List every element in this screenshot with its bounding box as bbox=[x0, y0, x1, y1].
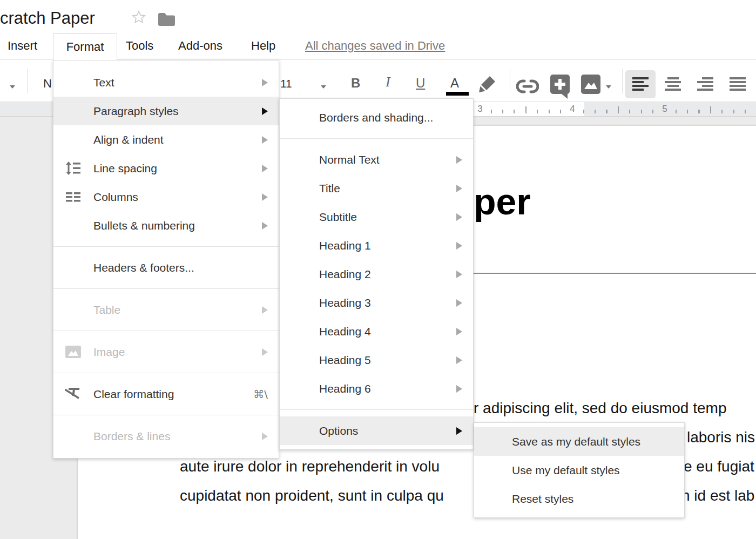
submenu-arrow-icon bbox=[456, 299, 462, 307]
ruler-number: 3 bbox=[475, 104, 485, 114]
submenu-arrow-icon bbox=[262, 433, 268, 440]
menu-item-options[interactable]: Options bbox=[280, 416, 473, 445]
format-menu: Text Paragraph styles Align & indent Lin… bbox=[53, 60, 279, 459]
menu-separator bbox=[280, 138, 473, 139]
submenu-arrow-icon bbox=[262, 193, 268, 201]
menu-item-subtitle[interactable]: Subtitle bbox=[280, 203, 473, 231]
menu-item-heading-5[interactable]: Heading 5 bbox=[280, 346, 473, 374]
submenu-arrow-icon bbox=[456, 156, 462, 164]
submenu-arrow-icon bbox=[456, 213, 462, 221]
zoom-dropdown-caret-icon[interactable] bbox=[10, 85, 15, 89]
submenu-arrow-icon bbox=[456, 385, 462, 393]
menu-item-columns[interactable]: Columns bbox=[53, 183, 279, 211]
menu-separator bbox=[53, 331, 279, 331]
menu-item-clear-formatting[interactable]: Clear formatting ⌘\ bbox=[53, 380, 279, 408]
submenu-arrow-icon bbox=[262, 165, 268, 172]
plus-icon bbox=[558, 79, 562, 90]
highlight-color-button[interactable] bbox=[477, 75, 497, 96]
menu-separator bbox=[53, 415, 279, 415]
menu-item-heading-1[interactable]: Heading 1 bbox=[280, 231, 473, 260]
paragraph-styles-submenu: Borders and shading... Normal Text Title… bbox=[279, 98, 474, 450]
menu-item-heading-6[interactable]: Heading 6 bbox=[280, 374, 473, 403]
align-right-button[interactable] bbox=[690, 70, 720, 98]
font-size-caret-icon[interactable] bbox=[321, 85, 326, 89]
submenu-arrow-icon bbox=[262, 136, 268, 144]
menu-item-save-default-styles[interactable]: Save as my default styles bbox=[474, 427, 684, 456]
styles-dropdown[interactable]: N bbox=[43, 77, 52, 91]
image-dropdown-caret-icon[interactable] bbox=[606, 85, 611, 89]
align-justify-button[interactable] bbox=[723, 70, 753, 98]
add-comment-button[interactable] bbox=[550, 75, 570, 94]
menu-help[interactable]: Help bbox=[251, 38, 275, 53]
ruler-number: 5 bbox=[659, 104, 670, 114]
line-spacing-icon bbox=[65, 160, 82, 177]
menu-insert[interactable]: Insert bbox=[8, 38, 37, 53]
doc-body-line: n id est lab bbox=[681, 487, 754, 505]
submenu-arrow-icon bbox=[456, 328, 462, 335]
menu-item-use-default-styles[interactable]: Use my default styles bbox=[474, 456, 684, 484]
options-submenu: Save as my default styles Use my default… bbox=[474, 422, 685, 518]
submenu-arrow-icon bbox=[262, 306, 268, 314]
doc-body-line: cupidatat non proident, sunt in culpa qu bbox=[180, 487, 444, 505]
menu-item-paragraph-styles[interactable]: Paragraph styles bbox=[53, 97, 279, 125]
menu-separator bbox=[280, 409, 473, 410]
image-icon bbox=[65, 343, 82, 360]
menu-item-bullets-numbering[interactable]: Bullets & numbering bbox=[53, 211, 279, 240]
submenu-arrow-icon bbox=[456, 185, 462, 192]
menu-item-line-spacing[interactable]: Line spacing bbox=[53, 154, 279, 183]
menu-item-heading-3[interactable]: Heading 3 bbox=[280, 288, 473, 317]
menu-separator bbox=[53, 246, 279, 247]
ruler-number: 4 bbox=[567, 104, 577, 114]
italic-button[interactable]: I bbox=[386, 75, 390, 90]
folder-icon[interactable] bbox=[158, 12, 176, 29]
image-icon bbox=[581, 75, 600, 94]
menu-item-table: Table bbox=[53, 295, 279, 324]
columns-icon bbox=[65, 188, 82, 205]
text-color-indicator bbox=[446, 92, 469, 96]
menu-item-heading-2[interactable]: Heading 2 bbox=[280, 260, 473, 288]
menu-item-normal-text[interactable]: Normal Text bbox=[280, 145, 473, 174]
toolbar-divider bbox=[510, 69, 510, 93]
menu-item-borders-shading[interactable]: Borders and shading... bbox=[280, 103, 473, 132]
menu-item-reset-styles[interactable]: Reset styles bbox=[474, 484, 684, 513]
insert-link-button[interactable] bbox=[516, 79, 539, 96]
menu-item-image: Image bbox=[53, 338, 279, 366]
submenu-arrow-icon bbox=[456, 271, 462, 278]
doc-body-line: laboris nis bbox=[687, 428, 755, 447]
ruler-major-ticks bbox=[525, 106, 756, 113]
submenu-arrow-icon bbox=[456, 356, 462, 364]
menu-item-title[interactable]: Title bbox=[280, 174, 473, 203]
menu-addons[interactable]: Add-ons bbox=[178, 38, 222, 53]
font-size-value[interactable]: 11 bbox=[280, 77, 292, 91]
document-title[interactable]: cratch Paper bbox=[0, 9, 95, 28]
menu-item-borders-lines: Borders & lines bbox=[53, 422, 279, 450]
comment-bubble-tail bbox=[561, 93, 568, 99]
menu-item-headers-footers[interactable]: Headers & footers... bbox=[53, 253, 279, 282]
toolbar-divider bbox=[27, 69, 28, 93]
bold-button[interactable]: B bbox=[351, 76, 360, 91]
menu-item-heading-4[interactable]: Heading 4 bbox=[280, 317, 473, 346]
doc-body-line: r adipiscing elit, sed do eiusmod temp bbox=[474, 399, 726, 417]
doc-heading-fragment: per bbox=[474, 180, 531, 223]
align-center-button[interactable] bbox=[658, 70, 688, 98]
save-status-link[interactable]: All changes saved in Drive bbox=[305, 38, 445, 53]
menu-item-align-indent[interactable]: Align & indent bbox=[53, 125, 279, 154]
submenu-arrow-icon bbox=[262, 222, 268, 230]
menu-tools[interactable]: Tools bbox=[126, 38, 153, 53]
doc-body-line: aute irure dolor in reprehenderit in vol… bbox=[180, 457, 440, 476]
submenu-arrow-icon bbox=[262, 107, 268, 115]
align-left-button[interactable] bbox=[625, 70, 656, 98]
insert-image-button[interactable] bbox=[581, 75, 600, 94]
text-color-button[interactable]: A bbox=[450, 76, 459, 91]
toolbar-divider bbox=[622, 69, 623, 93]
star-icon[interactable] bbox=[131, 10, 146, 27]
menu-format[interactable]: Format bbox=[53, 33, 117, 60]
menu-item-text[interactable]: Text bbox=[53, 68, 279, 97]
submenu-arrow-icon bbox=[456, 427, 462, 435]
submenu-arrow-icon bbox=[262, 348, 268, 356]
submenu-arrow-icon bbox=[262, 79, 268, 86]
menu-separator bbox=[53, 288, 279, 289]
menu-separator bbox=[53, 373, 279, 373]
submenu-arrow-icon bbox=[456, 242, 462, 250]
underline-button[interactable]: U bbox=[416, 76, 425, 91]
